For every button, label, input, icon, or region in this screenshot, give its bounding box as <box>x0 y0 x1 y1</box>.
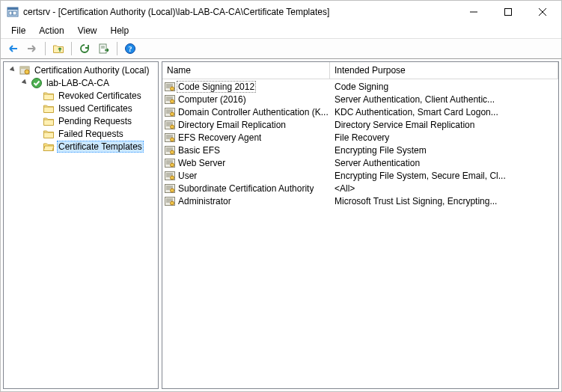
item-name: Subordinate Certification Authority <box>178 183 314 194</box>
folder-icon <box>43 128 55 140</box>
menu-help[interactable]: Help <box>105 25 135 37</box>
tree-label: Certification Authority (Local) <box>33 65 150 76</box>
certificate-icon <box>164 183 176 195</box>
content-area: Certification Authority (Local) lab-LAB-… <box>1 59 561 391</box>
certificate-icon <box>164 94 176 105</box>
item-purpose: Directory Service Email Replication <box>330 120 558 130</box>
ca-icon <box>19 64 31 76</box>
up-button[interactable] <box>49 40 67 58</box>
list-body[interactable]: Code Signing 2012Code SigningComputer (2… <box>162 79 558 388</box>
toolbar-separator <box>45 42 46 55</box>
tree-ca-node[interactable]: lab-LAB-CA-CA <box>4 76 158 89</box>
item-name: Web Server <box>178 158 225 168</box>
maximize-button[interactable] <box>491 1 525 23</box>
tree-root[interactable]: Certification Authority (Local) <box>4 64 158 76</box>
list-item[interactable]: EFS Recovery AgentFile Recovery <box>162 131 558 144</box>
forward-button[interactable] <box>23 40 41 58</box>
folder-icon <box>43 90 55 102</box>
toolbar-separator <box>71 42 72 55</box>
tree-item-pending[interactable]: Pending Requests <box>4 114 158 127</box>
certificate-icon <box>164 119 176 131</box>
list-item[interactable]: AdministratorMicrosoft Trust List Signin… <box>162 195 558 207</box>
export-list-button[interactable] <box>95 40 113 58</box>
tree-label: Certificate Templates <box>57 141 144 153</box>
certificate-icon <box>164 132 176 144</box>
certificate-icon <box>164 144 176 156</box>
expander-icon[interactable] <box>7 64 19 76</box>
item-name: Domain Controller Authentication (K... <box>178 107 329 117</box>
back-button[interactable] <box>4 40 22 58</box>
svg-rect-19 <box>505 9 512 16</box>
tree-label: Revoked Certificates <box>57 91 143 101</box>
item-purpose: KDC Authentication, Smart Card Logon... <box>330 107 558 117</box>
item-name: Directory Email Replication <box>178 120 286 130</box>
list-header: Name Intended Purpose <box>162 62 558 79</box>
list-item[interactable]: Code Signing 2012Code Signing <box>162 80 558 93</box>
tree-item-templates[interactable]: Certificate Templates <box>4 140 158 153</box>
window-title: certsrv - [Certification Authority (Loca… <box>23 7 456 17</box>
item-name: Administrator <box>178 196 231 206</box>
item-purpose: Code Signing <box>330 82 558 92</box>
list-item[interactable]: Domain Controller Authentication (K...KD… <box>162 105 558 118</box>
item-name: Basic EFS <box>178 145 220 156</box>
menubar: File Action View Help <box>1 23 561 38</box>
help-button[interactable] <box>121 40 139 58</box>
menu-action[interactable]: Action <box>33 25 70 37</box>
tree-item-issued[interactable]: Issued Certificates <box>4 102 158 114</box>
list-item[interactable]: UserEncrypting File System, Secure Email… <box>162 169 558 182</box>
list-item[interactable]: Basic EFSEncrypting File System <box>162 144 558 156</box>
folder-open-icon <box>43 141 55 153</box>
item-purpose: Server Authentication, Client Authentic.… <box>330 94 558 105</box>
tree-item-revoked[interactable]: Revoked Certificates <box>4 89 158 102</box>
minimize-button[interactable] <box>456 1 491 23</box>
item-purpose: Encrypting File System, Secure Email, Cl… <box>330 171 558 181</box>
folder-icon <box>43 102 55 114</box>
tree-pane[interactable]: Certification Authority (Local) lab-LAB-… <box>3 61 159 389</box>
item-name: EFS Recovery Agent <box>178 132 261 143</box>
item-name: Computer (2016) <box>178 94 246 105</box>
list-item[interactable]: Web ServerServer Authentication <box>162 156 558 169</box>
certificate-icon <box>164 81 176 93</box>
item-purpose: File Recovery <box>330 132 558 143</box>
menu-view[interactable]: View <box>72 25 103 37</box>
app-icon <box>7 6 19 18</box>
folder-icon <box>43 115 55 127</box>
tree-label: lab-LAB-CA-CA <box>45 78 111 88</box>
list-pane[interactable]: Name Intended Purpose Code Signing 2012C… <box>162 61 559 389</box>
tree-label: Issued Certificates <box>57 103 134 114</box>
titlebar: certsrv - [Certification Authority (Loca… <box>1 1 561 23</box>
item-purpose: Server Authentication <box>330 158 558 168</box>
certificate-icon <box>164 106 176 118</box>
expander-icon[interactable] <box>19 77 31 89</box>
menu-file[interactable]: File <box>5 25 31 37</box>
item-name: Code Signing 2012 <box>177 81 256 93</box>
certificate-icon <box>164 157 176 169</box>
item-purpose: Encrypting File System <box>330 145 558 156</box>
toolbar <box>1 38 561 59</box>
refresh-button[interactable] <box>76 40 94 58</box>
certificate-icon <box>164 195 176 207</box>
close-button[interactable] <box>525 1 560 23</box>
list-item[interactable]: Directory Email ReplicationDirectory Ser… <box>162 118 558 131</box>
item-purpose: Microsoft Trust List Signing, Encrypting… <box>330 196 558 206</box>
certificate-icon <box>164 170 176 182</box>
app-window: certsrv - [Certification Authority (Loca… <box>0 0 562 392</box>
tree-label: Pending Requests <box>57 116 133 126</box>
status-ok-icon <box>31 77 43 89</box>
item-purpose: <All> <box>330 183 558 194</box>
tree-item-failed[interactable]: Failed Requests <box>4 127 158 140</box>
toolbar-separator <box>117 42 117 55</box>
list-item[interactable]: Computer (2016)Server Authentication, Cl… <box>162 93 558 105</box>
column-name[interactable]: Name <box>162 62 330 79</box>
list-item[interactable]: Subordinate Certification Authority<All> <box>162 182 558 195</box>
column-purpose[interactable]: Intended Purpose <box>330 62 558 79</box>
tree-label: Failed Requests <box>57 129 125 139</box>
item-name: User <box>178 171 197 181</box>
